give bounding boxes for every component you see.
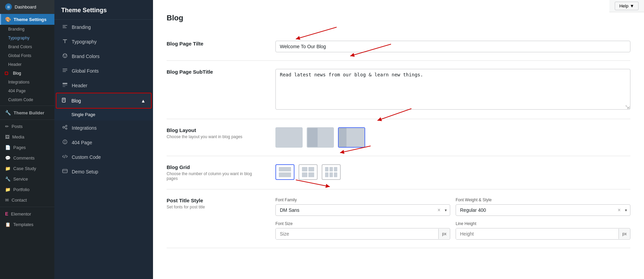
blog-layout-label-container: Blog Layout Choose the layout you want i… — [167, 127, 262, 139]
svg-rect-9 — [63, 71, 66, 72]
theme-sidebar-item-custom-code[interactable]: Custom Code — [54, 150, 153, 164]
font-family-arrow[interactable]: ▼ — [444, 208, 447, 212]
sidebar-item-comments[interactable]: 💬 Comments — [0, 153, 54, 163]
sidebar-item-typography[interactable]: Typography — [0, 34, 54, 42]
theme-sidebar-item-blog[interactable]: Blog ▲ — [56, 93, 152, 109]
sidebar-item-404-page[interactable]: 404 Page — [0, 87, 54, 95]
blog-grid-label-container: Blog Grid Choose the number of column yo… — [167, 164, 262, 181]
custom-code-ts-label: Custom Code — [72, 154, 101, 160]
sidebar-item-posts[interactable]: ✏ Posts — [0, 121, 54, 132]
theme-sidebar-item-header[interactable]: Header — [54, 78, 153, 93]
line-height-input[interactable] — [456, 228, 618, 239]
grid-cell — [279, 167, 291, 171]
grid-cell — [302, 172, 308, 177]
sidebar-item-templates[interactable]: 📋 Templates — [0, 219, 54, 230]
sidebar-item-contact[interactable]: ✉ Contact — [0, 195, 54, 205]
layout-option-sidebar[interactable] — [338, 127, 365, 148]
font-weight-field: Font Weight & Style Regular 400 ✕ ▼ — [456, 198, 630, 216]
help-button[interactable]: Help ▼ — [615, 2, 639, 10]
layout-split-right — [318, 128, 333, 147]
font-weight-display[interactable]: Regular 400 — [456, 204, 630, 216]
404-ts-icon — [62, 139, 68, 146]
svg-point-5 — [66, 55, 67, 56]
grid-option-3col[interactable] — [322, 164, 341, 180]
blog-title-input[interactable] — [275, 41, 630, 52]
grid-option-1col[interactable] — [275, 164, 294, 180]
sidebar-item-brand-colors[interactable]: Brand Colors — [0, 42, 54, 51]
sidebar-item-case-study[interactable]: 📁 Case Study — [0, 163, 54, 174]
typography-ts-icon — [62, 38, 68, 45]
sidebar-item-dashboard[interactable]: ⊞ Dashboard — [0, 0, 54, 14]
sidebar-item-theme-settings[interactable]: 🎨 Theme Settings — [0, 14, 54, 25]
sidebar-item-integrations[interactable]: Integrations — [0, 78, 54, 87]
single-page-label: Single Page — [71, 112, 95, 117]
theme-sidebar-child-single-page[interactable]: Single Page — [54, 109, 153, 120]
layout-option-full[interactable] — [275, 127, 303, 148]
font-family-weight-row: Font Family DM Sans ✕ ▼ Font Weight & St… — [275, 198, 630, 216]
global-fonts-ts-icon — [62, 68, 68, 74]
font-family-clear[interactable]: ✕ — [437, 208, 441, 212]
svg-rect-12 — [63, 86, 65, 87]
sidebar-item-branding[interactable]: Branding — [0, 25, 54, 34]
sidebar-item-service[interactable]: 🔧 Service — [0, 174, 54, 184]
font-weight-arrow[interactable]: ▼ — [624, 208, 628, 212]
theme-sidebar-item-branding[interactable]: Branding — [54, 20, 153, 34]
elementor-label: Elementor — [11, 211, 31, 217]
sidebar-item-blog[interactable]: Blog — [0, 69, 54, 78]
service-label: Service — [13, 176, 28, 182]
custom-code-ts-icon — [62, 154, 68, 160]
line-height-unit: px — [618, 229, 630, 239]
theme-sidebar-item-integrations[interactable]: Integrations — [54, 120, 153, 135]
theme-sidebar-item-brand-colors[interactable]: Brand Colors — [54, 49, 153, 63]
sidebar-item-media[interactable]: 🖼 Media — [0, 132, 54, 142]
sidebar-item-custom-code[interactable]: Custom Code — [0, 95, 54, 104]
sidebar-item-pages[interactable]: 📄 Pages — [0, 142, 54, 153]
comments-label: Comments — [13, 155, 35, 161]
layout-sidebar-main — [346, 128, 365, 147]
theme-sidebar-item-typography[interactable]: Typography — [54, 34, 153, 49]
sidebar-item-elementor[interactable]: E Elementor — [0, 208, 54, 219]
blog-subtitle-textarea[interactable]: Read latest news from our blog & learn n… — [275, 69, 630, 110]
blog-layout-field-container — [275, 127, 630, 148]
branding-ts-icon — [62, 24, 68, 30]
font-size-wrapper: px — [275, 228, 450, 240]
blog-grid-label: Blog Grid — [167, 164, 262, 170]
theme-builder-icon: 🔧 — [5, 110, 11, 115]
sidebar-item-portfolio[interactable]: 📁 Portfolio — [0, 184, 54, 195]
case-study-icon: 📁 — [5, 166, 11, 171]
posts-label: Posts — [12, 124, 23, 129]
layout-split-preview — [307, 128, 333, 147]
font-family-display[interactable]: DM Sans — [275, 204, 450, 216]
grid-option-2col[interactable] — [299, 164, 318, 180]
blog-layout-row: Blog Layout Choose the layout you want i… — [167, 119, 630, 156]
svg-point-18 — [66, 128, 67, 129]
grid-options-group — [275, 164, 630, 180]
sidebar-item-theme-builder[interactable]: 🔧 Theme Builder — [0, 107, 54, 118]
theme-sidebar-item-global-fonts[interactable]: Global Fonts — [54, 63, 153, 78]
line-height-wrapper: px — [456, 228, 630, 240]
post-title-style-label-container: Post Title Style Set fonts for post titl… — [167, 198, 262, 209]
font-size-input[interactable] — [276, 228, 438, 239]
svg-rect-2 — [63, 27, 67, 28]
blog-title-label-container: Blog Page Tilte — [167, 41, 262, 48]
resize-handle[interactable]: ⤡ — [625, 104, 629, 109]
theme-settings-sidebar: Theme Settings Branding Typography Brand… — [54, 0, 153, 279]
integrations-ts-label: Integrations — [72, 125, 97, 131]
svg-rect-0 — [63, 25, 67, 26]
sidebar-item-header[interactable]: Header — [0, 60, 54, 69]
brand-colors-ts-icon — [62, 53, 68, 59]
svg-rect-7 — [63, 69, 67, 69]
theme-sidebar-item-404[interactable]: 404 Page — [54, 135, 153, 150]
font-size-unit: px — [438, 229, 450, 239]
comments-icon: 💬 — [5, 155, 11, 161]
font-weight-wrapper: Regular 400 ✕ ▼ — [456, 204, 630, 216]
sidebar-item-global-fonts[interactable]: Global Fonts — [0, 51, 54, 60]
svg-rect-11 — [63, 85, 67, 86]
layout-option-split[interactable] — [307, 127, 334, 148]
line-height-label: Line Height — [456, 221, 630, 226]
theme-sidebar-item-demo-setup[interactable]: Demo Setup — [54, 164, 153, 179]
font-weight-clear[interactable]: ✕ — [617, 208, 621, 212]
grid-cell — [308, 167, 314, 171]
elementor-icon: E — [5, 211, 8, 217]
blog-grid-row: Blog Grid Choose the number of column yo… — [167, 156, 630, 189]
